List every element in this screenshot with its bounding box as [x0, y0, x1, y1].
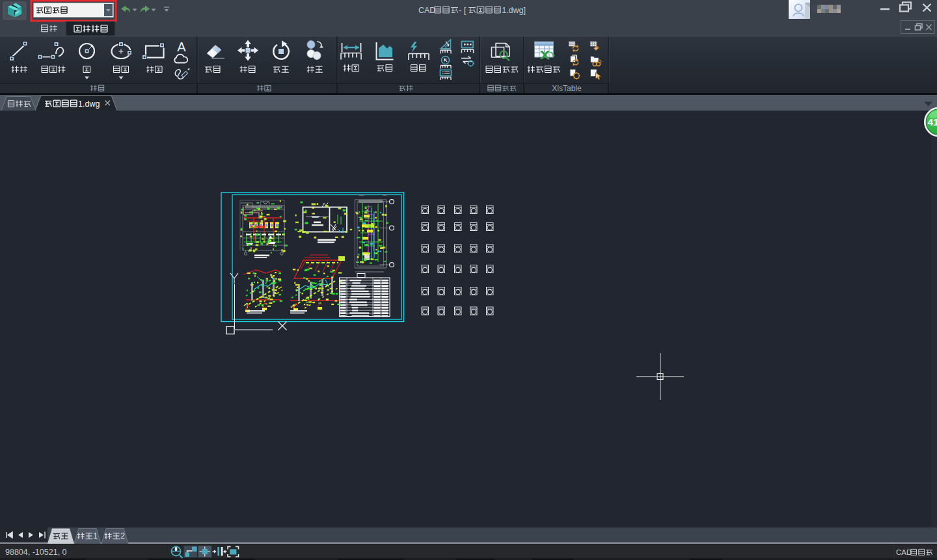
- svg-text:2: 2: [120, 531, 125, 540]
- svg-text:98804, -10521, 0: 98804, -10521, 0: [5, 548, 67, 557]
- svg-text:A: A: [177, 40, 186, 54]
- svg-text:CAD: CAD: [896, 548, 912, 556]
- svg-text:XlsTable: XlsTable: [552, 84, 582, 93]
- svg-text:1.dwg]: 1.dwg]: [502, 6, 526, 15]
- svg-text:41: 41: [927, 116, 937, 127]
- svg-text:CAD: CAD: [418, 6, 435, 15]
- svg-text:1.dwg: 1.dwg: [78, 100, 100, 109]
- svg-text:1: 1: [93, 531, 98, 540]
- svg-text:- [: - [: [459, 6, 467, 15]
